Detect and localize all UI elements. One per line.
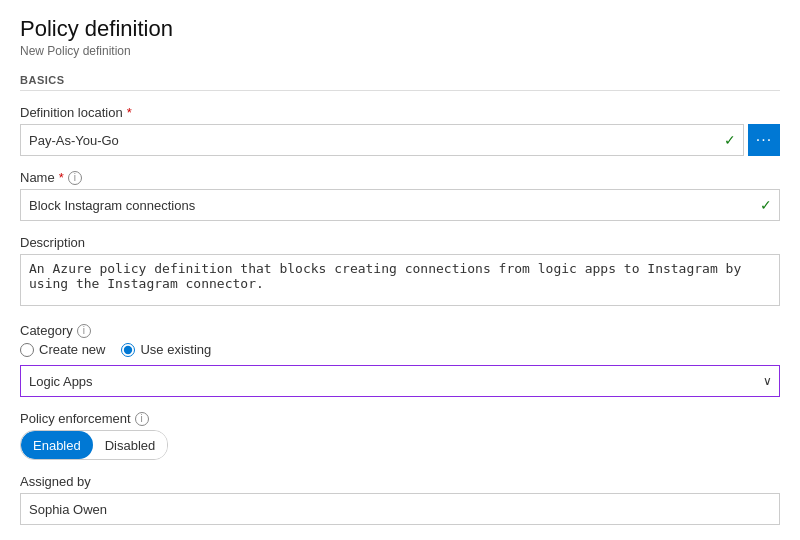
basics-section-header: BASICS [20, 74, 780, 91]
definition-location-label: Definition location * [20, 105, 780, 120]
category-create-new-option[interactable]: Create new [20, 342, 105, 357]
name-info-icon[interactable]: i [68, 171, 82, 185]
description-input[interactable]: An Azure policy definition that blocks c… [20, 254, 780, 306]
category-create-new-label: Create new [39, 342, 105, 357]
ellipsis-icon: ··· [756, 131, 772, 149]
category-create-new-radio[interactable] [20, 343, 34, 357]
policy-enforcement-info-icon[interactable]: i [135, 412, 149, 426]
page-title: Policy definition [20, 16, 780, 42]
category-use-existing-option[interactable]: Use existing [121, 342, 211, 357]
category-group: Category i Create new Use existing Logic… [20, 323, 780, 397]
name-check-icon: ✓ [760, 197, 772, 213]
definition-location-input[interactable] [20, 124, 744, 156]
required-star: * [127, 105, 132, 120]
definition-location-check-icon: ✓ [724, 132, 736, 148]
name-input[interactable] [20, 189, 780, 221]
definition-location-group: Definition location * ✓ ··· [20, 105, 780, 156]
policy-enforcement-disabled-button[interactable]: Disabled [93, 431, 168, 459]
category-info-icon[interactable]: i [77, 324, 91, 338]
category-use-existing-label: Use existing [140, 342, 211, 357]
assigned-by-label: Assigned by [20, 474, 780, 489]
name-required-star: * [59, 170, 64, 185]
policy-enforcement-toggle: Enabled Disabled [20, 430, 168, 460]
policy-enforcement-enabled-button[interactable]: Enabled [21, 431, 93, 459]
name-label: Name * i [20, 170, 780, 185]
category-select[interactable]: Logic Apps Compute Networking [20, 365, 780, 397]
assigned-by-input[interactable] [20, 493, 780, 525]
definition-location-ellipsis-button[interactable]: ··· [748, 124, 780, 156]
category-select-wrapper: Logic Apps Compute Networking ∨ [20, 365, 780, 397]
description-group: Description An Azure policy definition t… [20, 235, 780, 309]
assigned-by-group: Assigned by [20, 474, 780, 525]
category-label: Category i [20, 323, 780, 338]
policy-enforcement-group: Policy enforcement i Enabled Disabled [20, 411, 780, 460]
policy-enforcement-label: Policy enforcement i [20, 411, 780, 426]
name-group: Name * i ✓ [20, 170, 780, 221]
description-label: Description [20, 235, 780, 250]
category-radio-group: Create new Use existing [20, 342, 780, 357]
category-use-existing-radio[interactable] [121, 343, 135, 357]
page-subtitle: New Policy definition [20, 44, 780, 58]
